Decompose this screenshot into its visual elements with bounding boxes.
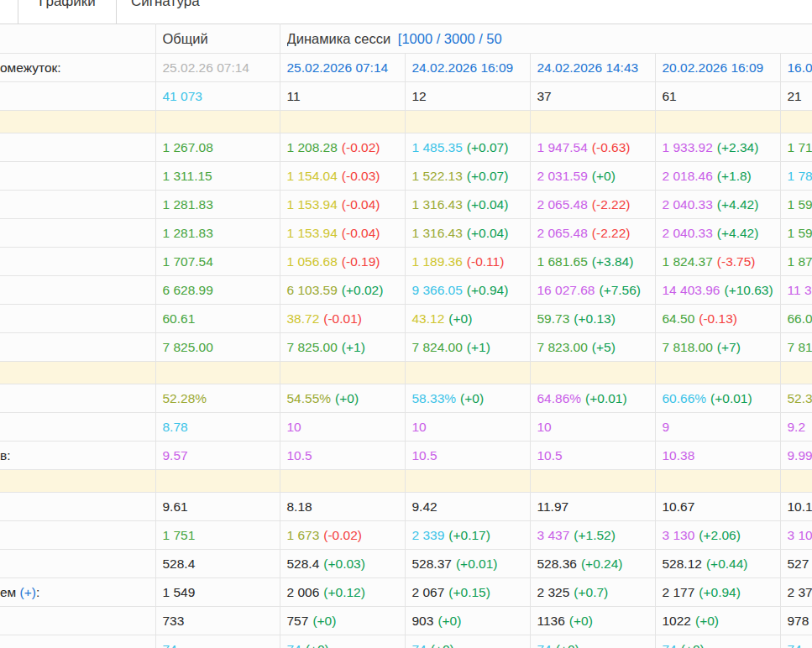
cell-value: 2 37 [788, 585, 812, 599]
value-cell: 1 281.83 [155, 219, 280, 248]
cell-delta: (-0.13) [699, 311, 737, 326]
section-header-cell [280, 111, 405, 133]
date-link[interactable]: 24.02.2026 16:09 [412, 60, 514, 75]
cell-value: 528.37 [412, 557, 452, 571]
row-label-cell [0, 521, 155, 550]
value-cell: 527 [780, 550, 812, 578]
cell-value: 528.36 [537, 557, 577, 571]
cell-value: 74 [287, 642, 301, 648]
value-cell: 74(+0) [405, 635, 530, 648]
cell-delta: (+1) [467, 340, 490, 354]
cell-delta: (+0) [460, 391, 484, 405]
cell-value: 6 628.99 [163, 283, 213, 297]
value-cell: 74(+0) [655, 635, 780, 648]
value-cell: 11 [280, 82, 405, 111]
cell-value: 9 366.05 [412, 283, 463, 297]
section-header-cell [155, 470, 280, 493]
cell-delta: (+0.07) [467, 169, 509, 183]
header-dynamics-label: Динамика сесси [287, 31, 391, 46]
value-cell: 1 208.28(-0.02) [280, 133, 405, 162]
value-cell: 2 031.59(+0) [530, 162, 655, 191]
cell-delta: (+0) [448, 311, 472, 326]
date-link[interactable]: 16.02 [788, 60, 812, 75]
value-cell: 10.1 [780, 493, 812, 521]
cell-delta: (+2.06) [699, 528, 741, 542]
cell-value: 1 824.37 [663, 254, 713, 269]
section-header-cell [530, 470, 655, 493]
cell-delta: (+0.24) [581, 557, 623, 571]
session-count-row: 41 0731112376121 [0, 82, 812, 111]
date-link[interactable]: 24.02.2026 14:43 [537, 60, 639, 75]
cell-value: 2 177 [663, 585, 695, 599]
cell-delta: (+1) [342, 340, 365, 354]
cell-delta: (+0) [335, 391, 359, 405]
cell-value: 12 [412, 89, 427, 103]
value-cell: 24.02.2026 14:43 [530, 54, 655, 82]
value-cell: 1 707.54 [155, 248, 280, 276]
value-cell: 903(+0) [405, 607, 530, 635]
value-cell: 14 403.96(+10.63) [655, 276, 780, 305]
value-cell: 8.18 [280, 493, 405, 521]
row-label-fragment: : [36, 585, 39, 599]
cell-value: 1 681.65 [537, 254, 588, 269]
row-label-cell [0, 305, 155, 333]
cell-value: 1 056.68 [287, 254, 338, 269]
row-label-expand-link[interactable]: (+) [20, 585, 36, 599]
section-header-cell [155, 362, 280, 384]
value-cell: 2 065.48(-2.22) [530, 191, 655, 219]
section-header-cell [0, 362, 155, 384]
cell-value: 9 [663, 420, 670, 434]
section-header-cell [280, 470, 405, 493]
value-cell: 9.2 [780, 413, 812, 442]
date-link[interactable]: 20.02.2026 16:09 [663, 60, 764, 75]
row-label-cell [0, 550, 155, 578]
cell-delta: (+0.94) [699, 585, 741, 599]
cell-value: 10.5 [287, 448, 312, 462]
cell-value: 1 947.54 [537, 140, 588, 154]
cell-delta: (-2.22) [592, 226, 631, 240]
cell-value: 60.66% [663, 391, 707, 405]
value-cell: 1 824.37(-3.75) [655, 248, 780, 276]
value-cell: 1 751 [155, 521, 280, 550]
date-link[interactable]: 25.02.2026 07:14 [287, 60, 389, 75]
section-header-cell [0, 470, 155, 493]
cell-value: 10.1 [788, 499, 812, 514]
value-cell: 2 325(+0.7) [530, 578, 655, 607]
cell-value: 8.78 [163, 420, 188, 434]
section-header-cell [530, 111, 655, 133]
cell-value: 1 933.92 [663, 140, 713, 154]
section-header-cell [655, 362, 780, 384]
cell-value: 2 018.46 [663, 169, 713, 183]
cell-value: 61 [663, 89, 677, 103]
header-dynamics-link[interactable]: [1000 / 3000 / 50 [398, 31, 502, 46]
cell-value: 3 130 [663, 528, 695, 542]
tab-graphs-label: Графики [18, 0, 116, 13]
table-row: 1 7511 673(-0.02)2 339(+0.17)3 437(+1.52… [0, 521, 812, 550]
value-cell: 2 040.33(+4.42) [655, 219, 780, 248]
row-label-cell [0, 635, 155, 648]
cell-value: 74 [537, 642, 552, 648]
table-row: 528.4528.4(+0.03)528.37(+0.01)528.36(+0.… [0, 550, 812, 578]
value-cell: 10.5 [280, 442, 405, 470]
value-cell: 1 87 [780, 248, 812, 276]
tab-signature[interactable]: Сигнатура [117, 0, 151, 24]
cell-value: 74 [788, 642, 802, 648]
value-cell: 54.55%(+0) [280, 384, 405, 413]
value-cell: 2 018.46(+1.8) [655, 162, 780, 191]
cell-value: 2 040.33 [663, 197, 713, 212]
value-cell: 12 [405, 82, 530, 111]
cell-value: 2 065.48 [537, 226, 588, 240]
cell-value: 2 325 [537, 585, 570, 599]
cell-value: 1 267.08 [163, 140, 213, 154]
cell-value: 21 [788, 89, 802, 103]
cell-delta: (+0) [312, 614, 336, 628]
cell-value: 11 [287, 89, 301, 103]
cell-value: 52.3 [788, 391, 812, 405]
value-cell: 66.0 [780, 305, 812, 333]
cell-value: 1 87 [788, 254, 812, 269]
tab-graphs[interactable]: Графики [18, 0, 117, 24]
cell-value: 37 [537, 89, 552, 103]
table-header-row: Общий Динамика сесси [1000 / 3000 / 50 [0, 24, 812, 54]
cell-delta: (+4.42) [717, 226, 759, 240]
cell-value: 14 403.96 [663, 283, 720, 297]
